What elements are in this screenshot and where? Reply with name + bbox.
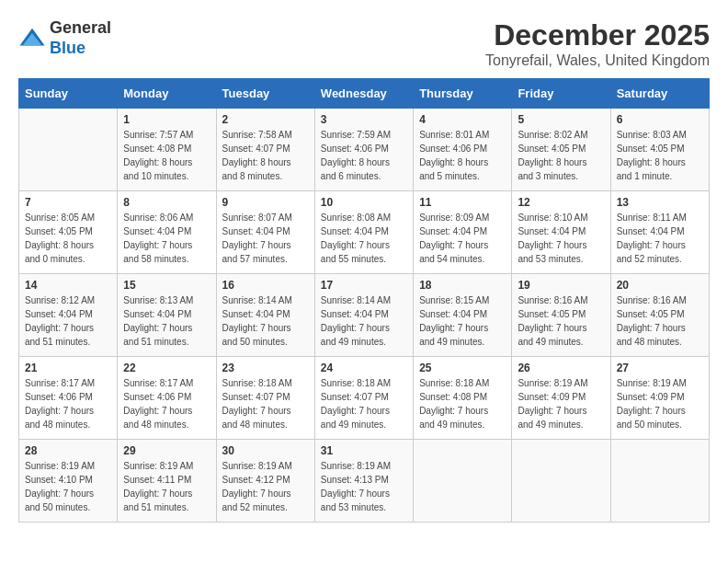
- day-info: Sunrise: 8:18 AMSunset: 4:07 PMDaylight:…: [222, 376, 309, 431]
- day-number: 5: [518, 113, 604, 126]
- calendar-cell: 31Sunrise: 8:19 AMSunset: 4:13 PMDayligh…: [314, 440, 413, 523]
- calendar-cell: 29Sunrise: 8:19 AMSunset: 4:11 PMDayligh…: [118, 440, 216, 523]
- day-info: Sunrise: 8:19 AMSunset: 4:09 PMDaylight:…: [518, 376, 604, 431]
- calendar-cell: 12Sunrise: 8:10 AMSunset: 4:04 PMDayligh…: [512, 191, 610, 274]
- calendar-cell: 1Sunrise: 7:57 AMSunset: 4:08 PMDaylight…: [118, 109, 216, 191]
- calendar-cell: 4Sunrise: 8:01 AMSunset: 4:06 PMDaylight…: [414, 109, 512, 191]
- day-number: 4: [419, 113, 506, 126]
- day-number: 1: [123, 113, 210, 126]
- day-number: 31: [321, 444, 407, 457]
- calendar-cell: 13Sunrise: 8:11 AMSunset: 4:04 PMDayligh…: [610, 191, 709, 274]
- header-friday: Friday: [512, 79, 610, 109]
- calendar-cell: 26Sunrise: 8:19 AMSunset: 4:09 PMDayligh…: [512, 357, 610, 440]
- day-info: Sunrise: 8:18 AMSunset: 4:07 PMDaylight:…: [321, 376, 407, 431]
- header-thursday: Thursday: [414, 79, 512, 109]
- calendar-cell: [414, 440, 512, 523]
- day-info: Sunrise: 7:58 AMSunset: 4:07 PMDaylight:…: [222, 128, 309, 183]
- calendar-cell: 6Sunrise: 8:03 AMSunset: 4:05 PMDaylight…: [610, 109, 709, 191]
- day-number: 2: [222, 113, 309, 126]
- week-row-4: 21Sunrise: 8:17 AMSunset: 4:06 PMDayligh…: [19, 357, 710, 440]
- day-number: 7: [25, 196, 111, 209]
- calendar-cell: 2Sunrise: 7:58 AMSunset: 4:07 PMDaylight…: [216, 109, 314, 191]
- day-number: 20: [617, 279, 703, 292]
- calendar-cell: 27Sunrise: 8:19 AMSunset: 4:09 PMDayligh…: [610, 357, 709, 440]
- calendar-cell: 21Sunrise: 8:17 AMSunset: 4:06 PMDayligh…: [19, 357, 118, 440]
- logo-icon: [18, 25, 46, 52]
- day-info: Sunrise: 8:17 AMSunset: 4:06 PMDaylight:…: [123, 376, 210, 431]
- header-tuesday: Tuesday: [216, 79, 314, 109]
- day-number: 17: [321, 279, 407, 292]
- logo-general: General: [50, 18, 111, 37]
- main-title: December 2025: [485, 18, 710, 52]
- day-number: 12: [518, 196, 604, 209]
- day-info: Sunrise: 8:03 AMSunset: 4:05 PMDaylight:…: [617, 128, 703, 183]
- header-sunday: Sunday: [19, 79, 118, 109]
- calendar-cell: 22Sunrise: 8:17 AMSunset: 4:06 PMDayligh…: [118, 357, 216, 440]
- calendar-cell: 15Sunrise: 8:13 AMSunset: 4:04 PMDayligh…: [118, 274, 216, 357]
- day-number: 26: [518, 362, 604, 374]
- calendar-cell: 28Sunrise: 8:19 AMSunset: 4:10 PMDayligh…: [19, 440, 118, 523]
- calendar-cell: 3Sunrise: 7:59 AMSunset: 4:06 PMDaylight…: [314, 109, 413, 191]
- day-number: 14: [25, 279, 111, 292]
- day-info: Sunrise: 8:16 AMSunset: 4:05 PMDaylight:…: [518, 293, 604, 349]
- day-info: Sunrise: 8:05 AMSunset: 4:05 PMDaylight:…: [25, 211, 111, 266]
- subtitle: Tonyrefail, Wales, United Kingdom: [485, 52, 710, 69]
- day-info: Sunrise: 8:02 AMSunset: 4:05 PMDaylight:…: [518, 128, 604, 183]
- calendar-cell: 9Sunrise: 8:07 AMSunset: 4:04 PMDaylight…: [216, 191, 314, 274]
- day-info: Sunrise: 8:09 AMSunset: 4:04 PMDaylight:…: [419, 211, 506, 266]
- calendar-cell: [610, 440, 709, 523]
- title-area: December 2025 Tonyrefail, Wales, United …: [485, 18, 710, 69]
- day-info: Sunrise: 8:10 AMSunset: 4:04 PMDaylight:…: [518, 211, 604, 266]
- day-info: Sunrise: 8:14 AMSunset: 4:04 PMDaylight:…: [321, 293, 407, 349]
- calendar-cell: 17Sunrise: 8:14 AMSunset: 4:04 PMDayligh…: [314, 274, 413, 357]
- day-info: Sunrise: 8:18 AMSunset: 4:08 PMDaylight:…: [419, 376, 506, 431]
- calendar-cell: 18Sunrise: 8:15 AMSunset: 4:04 PMDayligh…: [414, 274, 512, 357]
- day-info: Sunrise: 8:19 AMSunset: 4:09 PMDaylight:…: [617, 376, 703, 431]
- calendar-cell: 19Sunrise: 8:16 AMSunset: 4:05 PMDayligh…: [512, 274, 610, 357]
- week-row-3: 14Sunrise: 8:12 AMSunset: 4:04 PMDayligh…: [19, 274, 710, 357]
- day-info: Sunrise: 7:59 AMSunset: 4:06 PMDaylight:…: [321, 128, 407, 183]
- day-info: Sunrise: 8:19 AMSunset: 4:11 PMDaylight:…: [123, 459, 210, 514]
- day-number: 30: [222, 444, 309, 457]
- calendar-cell: 5Sunrise: 8:02 AMSunset: 4:05 PMDaylight…: [512, 109, 610, 191]
- calendar-cell: 7Sunrise: 8:05 AMSunset: 4:05 PMDaylight…: [19, 191, 118, 274]
- calendar-cell: [19, 109, 118, 191]
- day-info: Sunrise: 7:57 AMSunset: 4:08 PMDaylight:…: [123, 128, 210, 183]
- calendar-cell: 16Sunrise: 8:14 AMSunset: 4:04 PMDayligh…: [216, 274, 314, 357]
- week-row-5: 28Sunrise: 8:19 AMSunset: 4:10 PMDayligh…: [19, 440, 710, 523]
- logo: General Blue: [18, 18, 111, 58]
- day-info: Sunrise: 8:17 AMSunset: 4:06 PMDaylight:…: [25, 376, 111, 431]
- day-number: 10: [321, 196, 407, 209]
- header-saturday: Saturday: [610, 79, 709, 109]
- calendar-cell: 23Sunrise: 8:18 AMSunset: 4:07 PMDayligh…: [216, 357, 314, 440]
- day-number: 3: [321, 113, 407, 126]
- day-number: 25: [419, 362, 506, 374]
- day-number: 8: [123, 196, 210, 209]
- page-header: General Blue December 2025 Tonyrefail, W…: [18, 18, 710, 69]
- day-info: Sunrise: 8:16 AMSunset: 4:05 PMDaylight:…: [617, 293, 703, 349]
- day-number: 6: [617, 113, 703, 126]
- day-number: 13: [617, 196, 703, 209]
- day-info: Sunrise: 8:01 AMSunset: 4:06 PMDaylight:…: [419, 128, 506, 183]
- header-wednesday: Wednesday: [314, 79, 413, 109]
- day-number: 9: [222, 196, 309, 209]
- day-number: 24: [321, 362, 407, 374]
- day-number: 16: [222, 279, 309, 292]
- calendar-cell: 24Sunrise: 8:18 AMSunset: 4:07 PMDayligh…: [314, 357, 413, 440]
- calendar-cell: [512, 440, 610, 523]
- day-info: Sunrise: 8:07 AMSunset: 4:04 PMDaylight:…: [222, 211, 309, 266]
- day-number: 11: [419, 196, 506, 209]
- day-number: 29: [123, 444, 210, 457]
- header-monday: Monday: [118, 79, 216, 109]
- calendar-header-row: SundayMondayTuesdayWednesdayThursdayFrid…: [19, 79, 710, 109]
- calendar-table: SundayMondayTuesdayWednesdayThursdayFrid…: [18, 78, 710, 523]
- calendar-cell: 30Sunrise: 8:19 AMSunset: 4:12 PMDayligh…: [216, 440, 314, 523]
- day-number: 15: [123, 279, 210, 292]
- day-info: Sunrise: 8:11 AMSunset: 4:04 PMDaylight:…: [617, 211, 703, 266]
- day-info: Sunrise: 8:19 AMSunset: 4:13 PMDaylight:…: [321, 459, 407, 514]
- week-row-2: 7Sunrise: 8:05 AMSunset: 4:05 PMDaylight…: [19, 191, 710, 274]
- day-info: Sunrise: 8:19 AMSunset: 4:12 PMDaylight:…: [222, 459, 309, 514]
- calendar-cell: 25Sunrise: 8:18 AMSunset: 4:08 PMDayligh…: [414, 357, 512, 440]
- calendar-cell: 8Sunrise: 8:06 AMSunset: 4:04 PMDaylight…: [118, 191, 216, 274]
- day-number: 22: [123, 362, 210, 374]
